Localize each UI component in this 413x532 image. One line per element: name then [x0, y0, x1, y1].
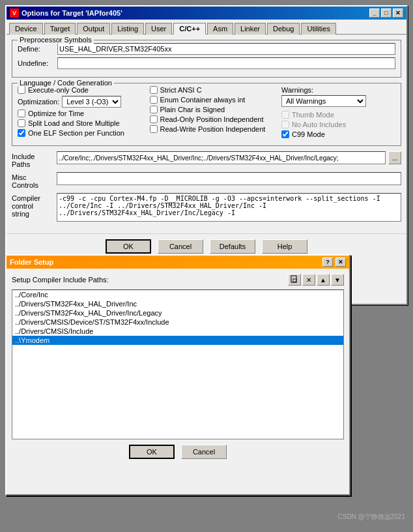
undefine-input[interactable] — [57, 57, 395, 69]
defaults-button[interactable]: Defaults — [210, 239, 255, 254]
cancel-button[interactable]: Cancel — [158, 239, 203, 254]
minimize-button[interactable]: _ — [369, 8, 380, 18]
thumb-mode-checkbox[interactable] — [281, 111, 289, 119]
compiler-string-area: Compilercontrolstring -c99 -c -cpu Corte… — [12, 193, 401, 223]
c99-mode-row: C99 Mode — [281, 130, 395, 138]
no-auto-includes-checkbox[interactable] — [281, 121, 289, 128]
plain-char-label: Plain Char is Signed — [160, 106, 225, 113]
no-auto-includes-row: No Auto Includes — [281, 121, 395, 128]
tab-bar: Device Target Output Listing User C/C++ … — [7, 20, 406, 35]
one-elf-checkbox[interactable] — [18, 129, 25, 137]
lang-left-col: Execute-only Code Optimization: Level 3 … — [18, 86, 145, 140]
folder-cancel-button[interactable]: Cancel — [181, 445, 227, 459]
optimize-time-row: Optimize for Time — [18, 110, 145, 117]
svg-text:+: + — [294, 279, 296, 284]
folder-header-label: Setup Compiler Include Paths: — [12, 276, 109, 284]
include-paths-area: IncludePaths ... — [12, 151, 401, 168]
optimization-select[interactable]: Level 3 (-O3) Level 0 (-O0) Level 1 (-O1… — [62, 96, 121, 108]
strict-ansi-checkbox[interactable] — [150, 86, 158, 94]
misc-controls-area: MiscControls — [12, 172, 401, 189]
main-title-bar: V Options for Target 'IAPfor405' _ □ ✕ — [7, 7, 406, 20]
define-row: Define: — [18, 43, 395, 55]
undefine-row: Undefine: — [18, 57, 395, 69]
tab-output[interactable]: Output — [77, 23, 110, 35]
tab-cpp[interactable]: C/C++ — [173, 23, 206, 35]
list-item[interactable]: ../Drivers/STM32F4xx_HAL_Driver/Inc/Lega… — [12, 308, 343, 318]
list-item-selected[interactable]: ..\Ymodem — [12, 336, 343, 345]
list-item[interactable]: ../Drivers/STM32F4xx_HAL_Driver/Inc — [12, 299, 343, 308]
close-button[interactable]: ✕ — [393, 8, 403, 18]
folder-help-button[interactable]: ? — [322, 258, 333, 267]
warnings-label: Warnings: — [281, 86, 395, 94]
tab-user[interactable]: User — [145, 23, 172, 35]
enum-container-label: Enum Container always int — [160, 96, 246, 104]
main-window-title: Options for Target 'IAPfor405' — [21, 9, 122, 17]
tab-device[interactable]: Device — [9, 23, 43, 35]
optimize-time-checkbox[interactable] — [18, 110, 25, 117]
define-label: Define: — [18, 45, 53, 53]
lang-right-col: Warnings: All Warnings No Warnings Thumb… — [281, 86, 395, 140]
plain-char-row: Plain Char is Signed — [150, 106, 277, 113]
compiler-string-wrapper: -c99 -c -cpu Cortex-M4.fp -D__MICROLIB -… — [57, 193, 401, 223]
folder-bottom-buttons: OK Cancel — [12, 445, 344, 459]
execute-only-checkbox[interactable] — [18, 86, 25, 94]
misc-controls-input[interactable] — [57, 172, 401, 185]
title-bar-controls: _ □ ✕ — [369, 8, 403, 18]
warnings-select[interactable]: All Warnings No Warnings — [281, 95, 366, 107]
folder-dialog-content: Setup Compiler Include Paths: + ✕ ▲ ▼ ..… — [7, 269, 349, 464]
tab-debug[interactable]: Debug — [267, 23, 300, 35]
main-content: Preprocessor Symbols Define: Undefine: L… — [7, 35, 406, 233]
compiler-string-label: Compilercontrolstring — [12, 193, 54, 223]
define-input[interactable] — [57, 43, 395, 55]
folder-list[interactable]: ../Core/Inc ../Drivers/STM32F4xx_HAL_Dri… — [12, 289, 344, 439]
readwrite-pos-checkbox[interactable] — [150, 125, 158, 133]
folder-ok-button[interactable]: OK — [129, 445, 175, 459]
folder-close-button[interactable]: ✕ — [335, 258, 346, 267]
folder-header-row: Setup Compiler Include Paths: + ✕ ▲ ▼ — [12, 274, 344, 286]
tab-asm[interactable]: Asm — [207, 23, 233, 35]
compiler-string-textarea[interactable]: -c99 -c -cpu Cortex-M4.fp -D__MICROLIB -… — [57, 193, 401, 222]
optimize-time-label: Optimize for Time — [28, 110, 84, 117]
folder-up-button[interactable]: ▲ — [317, 274, 330, 286]
tab-utilities[interactable]: Utilities — [301, 23, 335, 35]
readonly-pos-checkbox[interactable] — [150, 115, 158, 123]
optimization-row: Optimization: Level 3 (-O3) Level 0 (-O0… — [18, 96, 145, 108]
tab-listing[interactable]: Listing — [111, 23, 144, 35]
strict-ansi-label: Strict ANSI C — [160, 86, 202, 94]
list-item[interactable]: ../Drivers/CMSIS/Device/ST/STM32F4xx/Inc… — [12, 318, 343, 327]
misc-controls-label: MiscControls — [12, 172, 54, 189]
preprocessor-group: Preprocessor Symbols Define: Undefine: — [12, 40, 401, 78]
folder-new-button[interactable]: + — [288, 274, 301, 286]
folder-toolbar: + ✕ ▲ ▼ — [288, 274, 344, 286]
enum-container-checkbox[interactable] — [150, 96, 158, 104]
include-browse-button[interactable]: ... — [388, 151, 401, 164]
lang-mid-col: Strict ANSI C Enum Container always int … — [150, 86, 277, 140]
include-paths-input[interactable] — [57, 151, 386, 164]
folder-title-controls: ? ✕ — [322, 258, 346, 267]
tab-target[interactable]: Target — [44, 23, 76, 35]
readwrite-pos-label: Read-Write Position Independent — [160, 125, 266, 133]
list-item[interactable]: ../Drivers/CMSIS/Include — [12, 327, 343, 336]
new-file-icon: + — [290, 275, 299, 284]
maximize-button[interactable]: □ — [381, 8, 392, 18]
execute-only-row: Execute-only Code — [18, 86, 145, 94]
undefine-label: Undefine: — [18, 59, 53, 67]
c99-mode-label: C99 Mode — [292, 130, 325, 138]
optimization-label: Optimization: — [18, 98, 59, 106]
folder-down-button[interactable]: ▼ — [331, 274, 344, 286]
execute-only-label: Execute-only Code — [28, 86, 89, 94]
split-load-checkbox[interactable] — [18, 119, 25, 127]
one-elf-label: One ELF Section per Function — [28, 129, 124, 137]
readwrite-pos-row: Read-Write Position Independent — [150, 125, 277, 133]
tab-linker[interactable]: Linker — [235, 23, 266, 35]
one-elf-row: One ELF Section per Function — [18, 129, 145, 137]
folder-delete-button[interactable]: ✕ — [302, 274, 315, 286]
help-button[interactable]: Help — [262, 239, 307, 254]
list-item[interactable]: ../Core/Inc — [12, 290, 343, 299]
no-auto-includes-label: No Auto Includes — [292, 121, 346, 128]
c99-mode-checkbox[interactable] — [281, 130, 289, 138]
ok-button[interactable]: OK — [106, 239, 151, 254]
language-group-label: Language / Code Generation — [18, 79, 114, 87]
readonly-pos-row: Read-Only Position Independent — [150, 115, 277, 123]
plain-char-checkbox[interactable] — [150, 106, 158, 113]
